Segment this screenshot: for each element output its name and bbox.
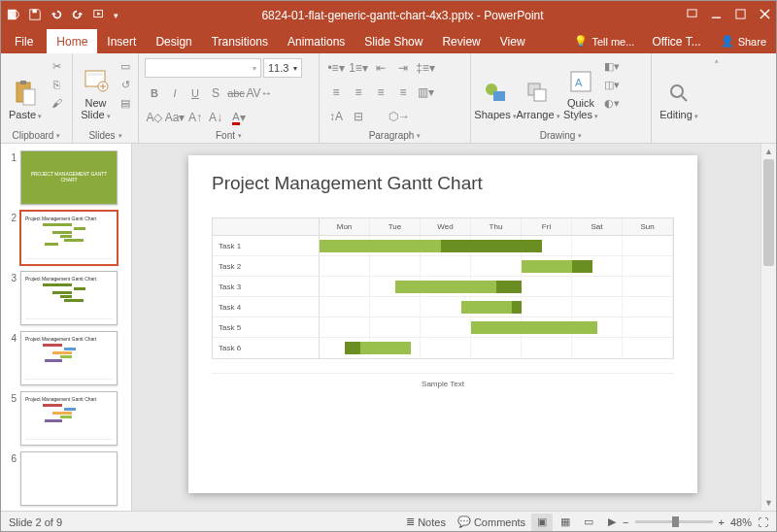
sorter-view-icon[interactable]: ▦ — [555, 514, 576, 531]
increase-indent-button[interactable]: ⇥ — [392, 58, 414, 78]
scroll-down-icon[interactable]: ▼ — [761, 495, 776, 511]
char-spacing-button[interactable]: AV↔ — [247, 83, 272, 103]
tab-animations[interactable]: Animations — [278, 29, 355, 53]
gantt-bar[interactable] — [345, 342, 411, 354]
shape-fill-icon[interactable]: ◧▾ — [604, 58, 620, 74]
slide[interactable]: Project Management Gantt Chart Mon Tue W… — [188, 155, 697, 493]
numbering-button[interactable]: 1≡▾ — [348, 58, 369, 78]
gantt-row[interactable]: Task 5 — [213, 317, 673, 338]
gantt-bar[interactable] — [471, 321, 597, 334]
vertical-scrollbar[interactable]: ▲ ▼ — [760, 144, 776, 511]
arrange-button[interactable]: Arrange — [518, 56, 558, 122]
font-name-select[interactable]: ▾ — [145, 58, 261, 78]
tab-insert[interactable]: Insert — [97, 29, 146, 53]
thumbnail-2[interactable]: 2Project Management Gantt Chart — [1, 208, 131, 268]
smartart-button[interactable]: ⬡→ — [370, 107, 428, 126]
italic-button[interactable]: I — [165, 83, 185, 103]
slide-indicator[interactable]: Slide 2 of 9 — [9, 516, 62, 528]
shadow-button[interactable]: S — [206, 83, 225, 103]
thumbnail-1[interactable]: 1PROJECT MANAGEMENT GANTT CHART — [1, 148, 131, 208]
clear-format-button[interactable]: A◇ — [145, 108, 164, 127]
align-text-button[interactable]: ⊟ — [348, 107, 369, 126]
close-icon[interactable] — [760, 9, 770, 21]
notes-button[interactable]: ≣Notes — [400, 515, 452, 528]
save-icon[interactable] — [28, 8, 42, 23]
tab-review[interactable]: Review — [432, 29, 490, 53]
zoom-out-icon[interactable]: − — [623, 516, 628, 528]
office-timeline[interactable]: Office T... — [642, 29, 710, 53]
gantt-row[interactable]: Task 2 — [213, 256, 673, 277]
section-icon[interactable]: ▤ — [118, 95, 133, 111]
zoom-slider[interactable] — [635, 520, 713, 523]
tell-me[interactable]: 💡Tell me... — [566, 35, 642, 48]
sample-text[interactable]: Sample Text — [212, 373, 674, 388]
tab-home[interactable]: Home — [47, 29, 97, 53]
underline-button[interactable]: U — [186, 83, 205, 103]
scroll-up-icon[interactable]: ▲ — [761, 144, 776, 159]
tab-view[interactable]: View — [490, 29, 535, 53]
gantt-row[interactable]: Task 1 — [213, 236, 673, 256]
columns-button[interactable]: ▥▾ — [415, 83, 436, 102]
strikethrough-button[interactable]: abc — [226, 83, 246, 103]
grow-font-button[interactable]: A↑ — [186, 108, 205, 127]
tab-design[interactable]: Design — [146, 29, 201, 53]
align-center-button[interactable]: ≡ — [348, 83, 369, 102]
align-left-button[interactable]: ≡ — [325, 83, 347, 102]
gantt-row[interactable]: Task 4 — [213, 297, 673, 317]
line-spacing-button[interactable]: ‡≡▾ — [415, 58, 436, 78]
bullets-button[interactable]: •≡▾ — [325, 58, 347, 78]
gantt-row[interactable]: Task 3 — [213, 277, 673, 297]
thumbnail-4[interactable]: 4Project Management Gantt Chart — [1, 328, 131, 388]
align-right-button[interactable]: ≡ — [370, 83, 391, 102]
zoom-in-icon[interactable]: + — [719, 516, 725, 528]
text-direction-button[interactable]: ↕A — [325, 107, 347, 126]
redo-icon[interactable] — [71, 8, 84, 23]
shape-outline-icon[interactable]: ◫▾ — [604, 77, 620, 92]
gantt-row[interactable]: Task 6 — [213, 338, 673, 358]
shape-effects-icon[interactable]: ◐▾ — [604, 95, 620, 111]
copy-icon[interactable]: ⎘ — [49, 77, 64, 92]
slideshow-view-icon[interactable]: ▶ — [601, 514, 623, 531]
ribbon-display-icon[interactable] — [687, 9, 697, 21]
shrink-font-button[interactable]: A↓ — [206, 108, 225, 127]
normal-view-icon[interactable]: ▣ — [531, 514, 553, 531]
shapes-button[interactable]: Shapes — [475, 56, 516, 122]
share-button[interactable]: 👤Share — [711, 35, 776, 48]
quick-styles-button[interactable]: A Quick Styles — [560, 56, 601, 122]
undo-icon[interactable] — [50, 8, 63, 23]
layout-icon[interactable]: ▭ — [118, 58, 133, 74]
new-slide-button[interactable]: New Slide — [77, 56, 115, 122]
thumbnail-5[interactable]: 5Project Management Gantt Chart — [1, 388, 131, 449]
gantt-bar[interactable] — [395, 281, 522, 293]
scroll-thumb[interactable] — [763, 159, 774, 266]
reading-view-icon[interactable]: ▭ — [578, 514, 599, 531]
gantt-bar[interactable] — [320, 240, 542, 252]
collapse-ribbon-icon[interactable]: ˄ — [706, 53, 727, 143]
fit-to-window-icon[interactable]: ⛶ — [758, 516, 768, 528]
thumbnail-3[interactable]: 3Project Management Gantt Chart — [1, 268, 131, 328]
tab-transitions[interactable]: Transitions — [202, 29, 278, 53]
thumbnail-panel[interactable]: 1PROJECT MANAGEMENT GANTT CHART 2Project… — [1, 144, 132, 511]
editing-button[interactable]: Editing — [656, 56, 702, 122]
thumbnail-6[interactable]: 6 — [1, 449, 131, 509]
start-from-beginning-icon[interactable] — [92, 8, 106, 23]
format-painter-icon[interactable]: 🖌 — [49, 95, 64, 111]
tab-slideshow[interactable]: Slide Show — [355, 29, 432, 53]
gantt-chart[interactable]: Mon Tue Wed Thu Fri Sat Sun Task 1Task 2… — [212, 217, 674, 359]
paste-button[interactable]: Paste — [5, 56, 46, 122]
change-case-button[interactable]: Aa▾ — [165, 108, 185, 127]
justify-button[interactable]: ≡ — [392, 83, 414, 102]
reset-icon[interactable]: ↺ — [118, 77, 133, 92]
gantt-bar[interactable] — [522, 260, 592, 273]
gantt-bar[interactable] — [461, 301, 522, 314]
slide-title[interactable]: Project Management Gantt Chart — [188, 155, 697, 194]
font-size-select[interactable]: 11.3▾ — [263, 58, 302, 78]
font-color-button[interactable]: A▾ — [226, 108, 252, 127]
zoom-level[interactable]: 48% — [730, 516, 752, 528]
cut-icon[interactable]: ✂ — [49, 58, 64, 74]
bold-button[interactable]: B — [145, 83, 164, 103]
decrease-indent-button[interactable]: ⇤ — [370, 58, 391, 78]
slide-canvas[interactable]: Project Management Gantt Chart Mon Tue W… — [132, 144, 776, 511]
maximize-icon[interactable] — [735, 9, 746, 21]
minimize-icon[interactable] — [711, 9, 722, 21]
